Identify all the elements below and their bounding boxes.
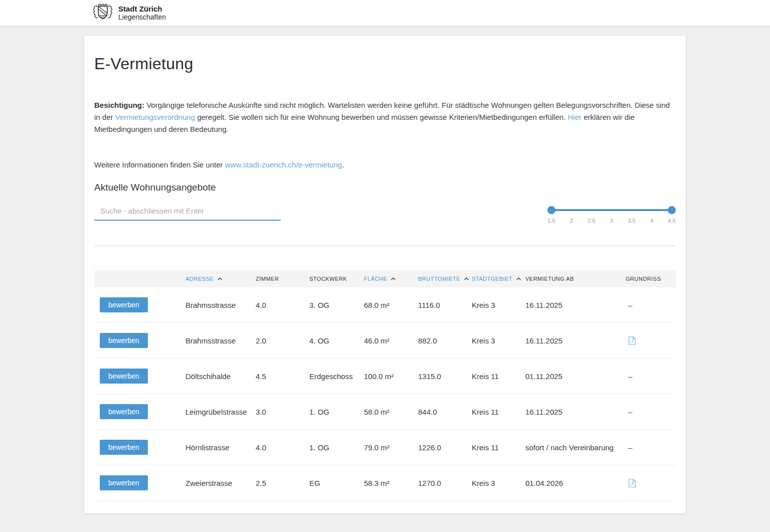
search-input[interactable]	[94, 203, 281, 221]
column-header-label: ZIMMER	[256, 276, 279, 282]
section-divider	[94, 246, 676, 246]
column-header-label: GRUNDRISS	[626, 276, 661, 282]
logo-title: Stadt Zürich	[118, 5, 166, 13]
cell-stockwerk: 4. OG	[309, 336, 364, 345]
cell-flaeche: 46.0 m²	[364, 336, 418, 345]
column-header[interactable]: ZIMMER	[256, 276, 309, 282]
cell-grundriss	[626, 336, 676, 345]
column-header[interactable]: STADTGEBIET	[472, 276, 525, 282]
bewerben-button[interactable]: bewerben	[100, 440, 148, 455]
e-vermietung-url-link[interactable]: www.stadt-zuerich.ch/e-vermietung	[225, 160, 342, 169]
cell-vermietung-ab: 01.11.2025	[525, 372, 626, 381]
no-floorplan-dash: –	[628, 443, 632, 452]
column-header[interactable]: GRUNDRISS	[626, 276, 676, 282]
pdf-icon[interactable]	[628, 336, 636, 345]
filter-row: 1.522.533.544.5	[94, 203, 676, 224]
apartment-row: bewerben Brahmsstrasse 2.0 4. OG 46.0 m²…	[94, 323, 676, 359]
cell-vermietung-ab: 16.11.2025	[525, 301, 626, 309]
sort-asc-icon	[217, 276, 223, 282]
bewerben-button[interactable]: bewerben	[100, 297, 148, 312]
no-floorplan-dash: –	[628, 301, 632, 309]
more-info-text: Weitere Informationen finden Sie unter	[94, 160, 225, 169]
cell-grundriss: –	[626, 408, 676, 416]
vermietungsverordnung-link[interactable]: Vermietungsverordnung	[115, 113, 195, 121]
apartment-row: bewerben Leimgrübelstrasse 3.0 1. OG 58.…	[94, 394, 676, 430]
slider-handle-min[interactable]	[547, 206, 555, 214]
apartment-row: bewerben Zweierstrasse 2.5 EG 58.3 m² 12…	[94, 465, 676, 501]
cell-flaeche: 68.0 m²	[364, 301, 418, 309]
no-floorplan-dash: –	[628, 408, 632, 416]
cell-flaeche: 58.0 m²	[364, 408, 418, 416]
cell-stockwerk: 1. OG	[309, 408, 364, 416]
cell-flaeche: 79.0 m²	[364, 443, 418, 452]
cell-adresse: Brahmsstrasse	[185, 301, 256, 309]
bewerben-button[interactable]: bewerben	[100, 333, 148, 348]
cell-bruttomiete: 1270.0	[418, 479, 472, 487]
rooms-range-filter: 1.522.533.544.5	[547, 206, 676, 224]
bewerben-button[interactable]: bewerben	[100, 475, 148, 490]
cell-stadtgebiet: Kreis 11	[472, 443, 525, 452]
table-body: bewerben Brahmsstrasse 4.0 3. OG 68.0 m²…	[94, 287, 676, 501]
apartment-row: bewerben Hörnlistrasse 4.0 1. OG 79.0 m²…	[94, 430, 676, 465]
cell-bruttomiete: 1116.0	[418, 301, 472, 309]
column-header-label: FLÄCHE	[364, 276, 387, 282]
cell-bruttomiete: 844.0	[418, 408, 472, 416]
stadt-zuerich-logo[interactable]: Stadt Zürich Liegenschaften	[92, 3, 166, 24]
cell-vermietung-ab: 01.04.2026	[525, 479, 626, 487]
column-header[interactable]: FLÄCHE	[364, 276, 418, 282]
apartment-row: bewerben Döltschihalde 4.5 Erdgeschoss 1…	[94, 359, 676, 394]
intro-bold-prefix: Besichtigung:	[94, 101, 144, 109]
cell-vermietung-ab: 16.11.2025	[525, 336, 626, 345]
cell-zimmer: 4.0	[256, 301, 309, 309]
column-header[interactable]: STOCKWERK	[309, 276, 364, 282]
cell-stadtgebiet: Kreis 11	[472, 408, 525, 416]
intro-paragraph: Besichtigung: Vorgängige telefonische Au…	[94, 99, 676, 135]
listings-subtitle: Aktuelle Wohnungsangebote	[94, 182, 676, 193]
cell-grundriss: –	[626, 372, 676, 381]
apartment-row: bewerben Brahmsstrasse 4.0 3. OG 68.0 m²…	[94, 287, 676, 323]
pdf-icon[interactable]	[628, 478, 636, 488]
cell-adresse: Döltschihalde	[185, 372, 256, 381]
cell-stockwerk: 3. OG	[309, 301, 364, 309]
intro-text-2: geregelt. Sie wollen sich für eine Wohnu…	[195, 113, 568, 121]
apartments-table: ADRESSE ZIMMER STOCKWERK FLÄCHE BRUTTOMI…	[94, 270, 676, 501]
column-header-label: STOCKWERK	[309, 276, 347, 282]
sort-asc-icon	[391, 276, 396, 282]
cell-flaeche: 58.3 m²	[364, 479, 418, 487]
column-header[interactable]: ADRESSE	[185, 276, 256, 282]
cell-zimmer: 3.0	[256, 408, 309, 416]
cell-stadtgebiet: Kreis 3	[472, 479, 525, 487]
cell-grundriss: –	[626, 443, 676, 452]
search-field-wrap	[94, 203, 281, 221]
cell-zimmer: 4.5	[256, 372, 309, 381]
sort-asc-icon	[464, 276, 469, 282]
cell-zimmer: 2.0	[256, 336, 309, 345]
cell-stadtgebiet: Kreis 3	[472, 301, 525, 309]
cell-adresse: Hörnlistrasse	[185, 443, 256, 452]
column-header[interactable]: VERMIETUNG AB	[525, 276, 626, 282]
column-header-label: ADRESSE	[185, 276, 214, 282]
page-title: E-Vermietung	[94, 55, 676, 73]
cell-vermietung-ab: sofort / nach Vereinbarung	[525, 443, 626, 452]
column-header-label: VERMIETUNG AB	[525, 276, 574, 282]
zurich-coat-of-arms-icon	[92, 3, 114, 24]
hier-link[interactable]: Hier	[567, 113, 582, 121]
column-header-label: STADTGEBIET	[472, 276, 512, 282]
cell-grundriss	[626, 478, 676, 488]
bewerben-button[interactable]: bewerben	[100, 369, 148, 384]
rooms-range-slider[interactable]	[547, 206, 676, 214]
bewerben-button[interactable]: bewerben	[100, 404, 148, 419]
top-bar: Stadt Zürich Liegenschaften	[0, 0, 770, 26]
slider-handle-max[interactable]	[668, 206, 676, 214]
no-floorplan-dash: –	[628, 372, 632, 381]
cell-flaeche: 100.0 m²	[364, 372, 418, 381]
cell-stockwerk: Erdgeschoss	[309, 372, 364, 381]
table-header-row: ADRESSE ZIMMER STOCKWERK FLÄCHE BRUTTOMI…	[94, 270, 676, 287]
cell-bruttomiete: 1315.0	[418, 372, 472, 381]
cell-stadtgebiet: Kreis 11	[472, 372, 525, 381]
cell-adresse: Brahmsstrasse	[185, 336, 256, 345]
cell-stockwerk: EG	[309, 479, 364, 487]
column-header[interactable]: BRUTTOMIETE	[418, 276, 472, 282]
more-info-suffix: .	[342, 160, 344, 169]
slider-track[interactable]	[551, 209, 672, 211]
